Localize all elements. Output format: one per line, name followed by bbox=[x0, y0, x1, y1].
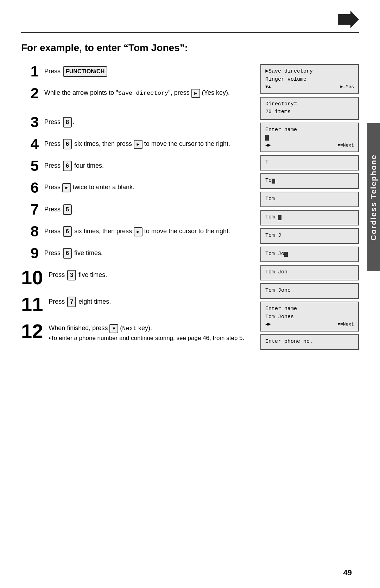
lcd-screen-13-content: Enter phone no. bbox=[265, 338, 354, 346]
lcd-screen-7: Tom bbox=[260, 210, 359, 225]
step-12-number: 12 bbox=[21, 321, 43, 341]
lcd-screen-4-content: T bbox=[265, 159, 354, 167]
lcd-screen-11: Tom Jone bbox=[260, 283, 359, 299]
section-tab-label: Cordless Telephone bbox=[369, 154, 378, 241]
lcd-screen-7-content: Tom bbox=[265, 213, 354, 222]
lcd-screen-2: Directory= 20 items bbox=[260, 97, 359, 120]
lcd-next-indicator-2: ▼=Next bbox=[337, 321, 354, 328]
step-2-text: While the arrow points to "Save director… bbox=[44, 86, 230, 98]
next-arrow-icon bbox=[338, 11, 359, 28]
step-2: 2 While the arrow points to "Save direct… bbox=[21, 86, 246, 101]
lcd-screens-column: ►Save directory Ringer volume ▼▲ ►=Yes D… bbox=[260, 64, 359, 350]
page-number: 49 bbox=[343, 568, 352, 577]
lcd-screen-5-content: To bbox=[265, 177, 354, 185]
lcd-screen-3-line1: Enter name bbox=[265, 126, 354, 134]
key-8: 8 bbox=[63, 117, 72, 128]
step-12: 12 When finished, press ▼ (Next key). •T… bbox=[21, 321, 246, 343]
lcd-screen-2-line2: 20 items bbox=[265, 108, 354, 116]
step-5-text: Press 6 four times. bbox=[44, 159, 104, 171]
step-6-text: Press ► twice to enter a blank. bbox=[44, 180, 134, 192]
step-7-text: Press 5. bbox=[44, 202, 74, 215]
function-ch-key: FUNCTION/CH bbox=[63, 66, 107, 77]
top-divider bbox=[21, 32, 359, 33]
key-7: 7 bbox=[67, 297, 76, 307]
step-1-text: Press FUNCTION/CH. bbox=[44, 64, 110, 77]
lcd-screen-10-content: Tom Jon bbox=[265, 268, 354, 277]
step-5-number: 5 bbox=[21, 159, 39, 173]
lcd-screen-8: Tom J bbox=[260, 228, 359, 244]
step-3-text: Press 8. bbox=[44, 115, 74, 128]
step-4-text: Press 6 six times, then press ► to move … bbox=[44, 137, 230, 149]
lcd-screen-1-nav: ▼▲ ►=Yes bbox=[265, 83, 354, 91]
lcd-nav-updown: ▼▲ bbox=[265, 83, 271, 91]
key-6a: 6 bbox=[63, 139, 72, 149]
step-9-text: Press 6 five times. bbox=[44, 246, 103, 259]
lcd-screen-3-nav: ◀► ▼=Next bbox=[265, 142, 354, 149]
key-6b: 6 bbox=[63, 161, 72, 171]
key-6c: 6 bbox=[63, 226, 72, 237]
step-11: 11 Press 7 eight times. bbox=[21, 295, 246, 314]
lcd-screen-3-cursor bbox=[265, 134, 354, 142]
lcd-screen-4: T bbox=[260, 155, 359, 171]
step-12-text: When finished, press ▼ (Next key). •To e… bbox=[49, 321, 244, 343]
step-10-text: Press 3 five times. bbox=[49, 268, 107, 280]
step-1-number: 1 bbox=[21, 64, 39, 79]
step-6-number: 6 bbox=[21, 180, 39, 195]
section-tab: Cordless Telephone bbox=[367, 123, 380, 271]
key-3: 3 bbox=[67, 270, 76, 280]
step-2-number: 2 bbox=[21, 86, 39, 101]
step-7-number: 7 bbox=[21, 202, 39, 217]
step-8-number: 8 bbox=[21, 224, 39, 239]
step-5: 5 Press 6 four times. bbox=[21, 159, 246, 173]
step-4: 4 Press 6 six times, then press ► to mov… bbox=[21, 137, 246, 151]
step-7: 7 Press 5. bbox=[21, 202, 246, 217]
lcd-screen-6-content: Tom bbox=[265, 195, 354, 203]
lcd-screen-12-line1: Enter name bbox=[265, 305, 354, 313]
steps-column: 1 Press FUNCTION/CH. 2 While the arrow p… bbox=[21, 64, 246, 350]
page-container: For example, to enter “Tom Jones”: 1 Pre… bbox=[0, 0, 380, 588]
lcd-screen-11-content: Tom Jone bbox=[265, 287, 354, 295]
step-10-number: 10 bbox=[21, 268, 43, 287]
key-5: 5 bbox=[63, 204, 72, 215]
step-6: 6 Press ► twice to enter a blank. bbox=[21, 180, 246, 195]
lcd-screen-13: Enter phone no. bbox=[260, 334, 359, 350]
lcd-screen-1-line2: Ringer volume bbox=[265, 76, 354, 84]
lcd-screen-3: Enter name ◀► ▼=Next bbox=[260, 123, 359, 153]
step-11-text: Press 7 eight times. bbox=[49, 295, 111, 307]
lcd-screen-9: Tom Jo bbox=[260, 247, 359, 262]
lcd-screen-6: Tom bbox=[260, 192, 359, 207]
lcd-screen-1: ►Save directory Ringer volume ▼▲ ►=Yes bbox=[260, 64, 359, 94]
step-9: 9 Press 6 five times. bbox=[21, 246, 246, 261]
step-11-number: 11 bbox=[21, 295, 43, 314]
step-10: 10 Press 3 five times. bbox=[21, 268, 246, 287]
lcd-screen-2-line1: Directory= bbox=[265, 100, 354, 109]
step-4-number: 4 bbox=[21, 137, 39, 151]
step-3: 3 Press 8. bbox=[21, 115, 246, 130]
step-3-number: 3 bbox=[21, 115, 39, 130]
step-1: 1 Press FUNCTION/CH. bbox=[21, 64, 246, 79]
lcd-screen-9-content: Tom Jo bbox=[265, 250, 354, 258]
lcd-screen-5: To bbox=[260, 173, 359, 189]
lcd-nav-leftright: ◀► bbox=[265, 142, 271, 149]
page-title: For example, to enter “Tom Jones”: bbox=[21, 42, 359, 54]
lcd-screen-12-line2: Tom Jones bbox=[265, 313, 354, 321]
svg-marker-0 bbox=[338, 11, 359, 28]
lcd-screen-10: Tom Jon bbox=[260, 265, 359, 280]
key-6d: 6 bbox=[63, 248, 72, 259]
lcd-next-indicator: ▼=Next bbox=[337, 142, 354, 149]
lcd-nav-leftright-2: ◀► bbox=[265, 321, 271, 328]
lcd-screen-12-nav: ◀► ▼=Next bbox=[265, 321, 354, 328]
step-8-text: Press 6 six times, then press ► to move … bbox=[44, 224, 230, 237]
lcd-screen-1-line1: ►Save directory bbox=[265, 68, 354, 76]
lcd-screen-8-content: Tom J bbox=[265, 232, 354, 240]
step-8: 8 Press 6 six times, then press ► to mov… bbox=[21, 224, 246, 239]
top-navigation-arrow bbox=[338, 11, 359, 28]
lcd-yes-indicator: ►=Yes bbox=[340, 83, 354, 91]
step-9-number: 9 bbox=[21, 246, 39, 261]
lcd-screen-12: Enter name Tom Jones ◀► ▼=Next bbox=[260, 302, 359, 332]
main-content: 1 Press FUNCTION/CH. 2 While the arrow p… bbox=[21, 64, 359, 350]
